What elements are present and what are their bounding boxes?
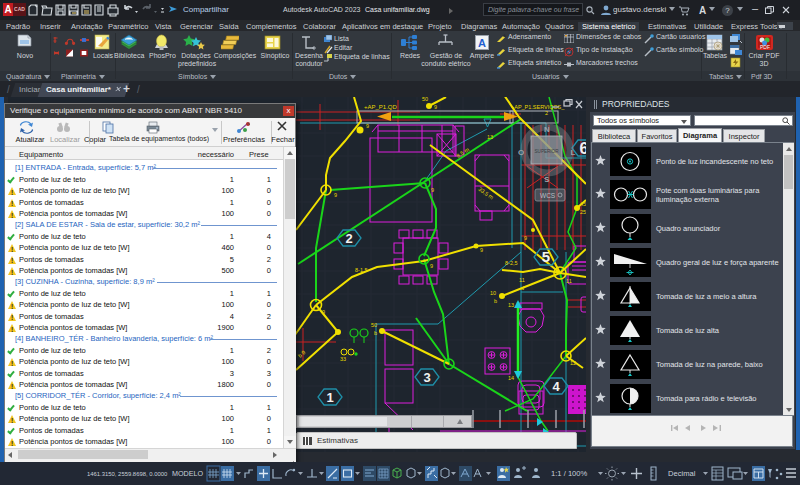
svg-text:50: 50 <box>371 322 377 328</box>
svg-text:12: 12 <box>570 360 576 366</box>
svg-text:2: 2 <box>545 110 548 116</box>
svg-text:9: 9 <box>322 309 325 315</box>
svg-text:6: 6 <box>580 140 586 157</box>
svg-text:11: 11 <box>566 278 572 284</box>
svg-text:b: b <box>374 330 377 336</box>
svg-text:S: S <box>544 175 550 184</box>
svg-text:11: 11 <box>519 277 525 283</box>
svg-text:b: b <box>494 298 497 304</box>
svg-text:Decimal: Decimal <box>668 469 696 478</box>
svg-text:1:1 / 100%: 1:1 / 100% <box>551 469 588 478</box>
svg-text:2: 2 <box>345 231 352 246</box>
svg-text:MODELO: MODELO <box>172 469 204 478</box>
svg-text:5: 5 <box>542 248 550 265</box>
svg-text:50: 50 <box>422 97 428 102</box>
svg-text:N: N <box>544 125 550 134</box>
svg-text:25: 25 <box>580 209 586 215</box>
svg-text:4: 4 <box>552 379 560 394</box>
svg-text:9: 9 <box>434 104 437 110</box>
svg-text:9: 9 <box>334 192 337 198</box>
svg-text:9: 9 <box>431 187 434 193</box>
svg-text:9: 9 <box>366 123 369 129</box>
svg-text:WCS: WCS <box>540 192 556 199</box>
svg-text:33: 33 <box>340 356 346 362</box>
svg-text:9: 9 <box>430 263 433 269</box>
svg-text:10: 10 <box>490 290 496 296</box>
svg-text:PDF: PDF <box>760 44 770 50</box>
svg-text:L: L <box>571 148 576 157</box>
svg-text:SUPERIOR: SUPERIOR <box>535 149 560 154</box>
svg-text:O: O <box>518 148 524 157</box>
svg-text:3: 3 <box>423 370 430 385</box>
svg-text:13: 13 <box>508 302 514 308</box>
svg-text:8-1,5: 8-1,5 <box>355 267 368 273</box>
svg-text:9: 9 <box>524 235 527 241</box>
svg-text:13: 13 <box>487 134 493 140</box>
svg-text:45: 45 <box>580 201 586 207</box>
svg-text:14: 14 <box>508 375 514 381</box>
svg-text:d: d <box>521 285 524 291</box>
svg-text:+AP_P1.QD: +AP_P1.QD <box>364 104 398 110</box>
svg-text:1: 1 <box>326 390 333 405</box>
svg-text:9: 9 <box>480 247 483 253</box>
svg-text:8-2,5: 8-2,5 <box>505 260 518 266</box>
svg-text:1461.3150, 2559.8698, 0.0000: 1461.3150, 2559.8698, 0.0000 <box>87 471 168 477</box>
